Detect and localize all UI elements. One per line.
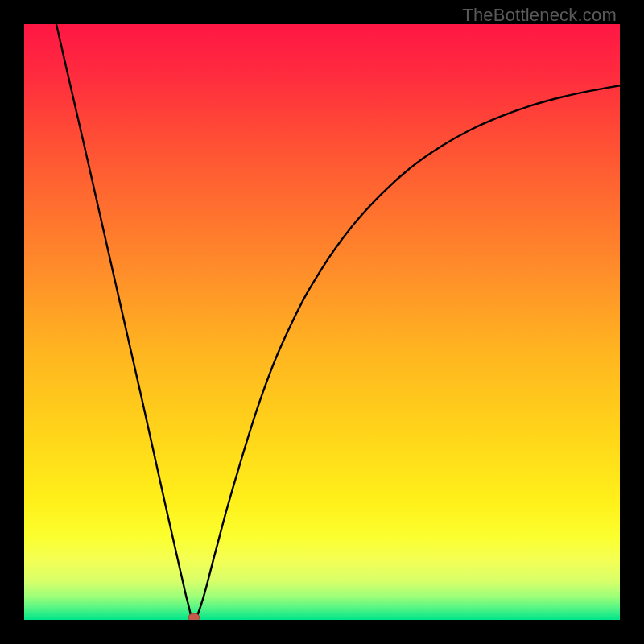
bottleneck-curve	[56, 24, 620, 620]
watermark-text: TheBottleneck.com	[462, 5, 617, 26]
chart-frame: TheBottleneck.com	[0, 0, 644, 644]
plot-area	[24, 24, 620, 620]
optimal-marker	[188, 613, 200, 620]
curve-layer	[24, 24, 620, 620]
